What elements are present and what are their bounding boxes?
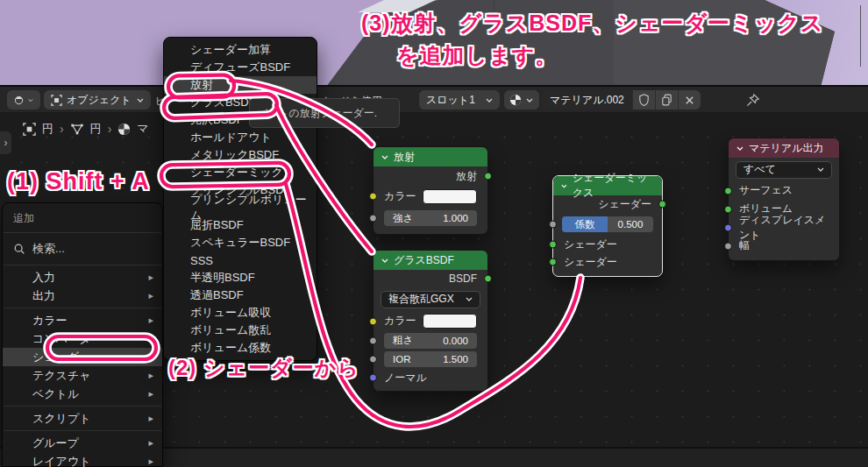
- material-sphere-icon: [509, 94, 522, 106]
- socket-glass-roughness[interactable]: [369, 336, 377, 344]
- socket-emission-color[interactable]: [369, 193, 377, 201]
- emission-output-row: 放射: [374, 166, 487, 186]
- target-dropdown[interactable]: すべて: [736, 161, 832, 179]
- menu-item-metallic-bsdf[interactable]: メタリックBSDF: [164, 146, 317, 164]
- glass-roughness-row: 粗さ 0.000: [374, 331, 487, 350]
- submenu-arrow-icon: ▸: [148, 456, 153, 467]
- tooltip: バートの放射シェーダー.: [249, 98, 400, 128]
- close-icon: [685, 96, 694, 105]
- shader1-label: シェーダー: [564, 237, 617, 252]
- roughness-slider[interactable]: 粗さ 0.000: [384, 333, 477, 349]
- menu-item-mix-shader[interactable]: シェーダーミックス: [164, 164, 317, 181]
- menu-divider: [4, 232, 161, 233]
- mesh-data-icon: [70, 123, 84, 136]
- menu-item-input[interactable]: 入力▸: [3, 268, 162, 287]
- socket-glass-output[interactable]: [484, 275, 492, 283]
- socket-glass-ior[interactable]: [369, 355, 377, 363]
- menu-item-principled-volume[interactable]: プリンシプルボリューム: [164, 199, 317, 216]
- breadcrumb-object: 円: [42, 121, 53, 137]
- menu-item-volume-coefficients[interactable]: ボリューム係数: [164, 339, 317, 357]
- node-emission-header[interactable]: 放射: [374, 147, 487, 166]
- socket-output-volume[interactable]: [724, 205, 732, 213]
- node-output-header[interactable]: マテリアル出力: [729, 138, 839, 158]
- color-swatch[interactable]: [423, 314, 477, 329]
- menu-item-vector[interactable]: ベクトル▸: [3, 385, 162, 403]
- socket-mix-shader2[interactable]: [549, 258, 557, 266]
- menu-item-output[interactable]: 出力▸: [3, 287, 162, 305]
- material-name-field[interactable]: マテリアル.002: [542, 90, 632, 110]
- sidebar-toggle-tab[interactable]: ›: [0, 131, 11, 154]
- socket-emission-strength[interactable]: [369, 215, 377, 223]
- node-glass-bsdf[interactable]: グラスBSDF BSDF 複合散乱GGX カラー 粗さ 0.000 IOR 1.…: [373, 250, 488, 392]
- menu-item-shader[interactable]: シェーダー▸: [3, 348, 162, 366]
- copy-icon: [661, 94, 672, 106]
- menu-item-converter[interactable]: コンバーター▸: [3, 329, 162, 348]
- strength-value: 1.000: [443, 213, 477, 223]
- normal-label: ノーマル: [384, 371, 427, 386]
- node-glass-header[interactable]: グラスBSDF: [374, 251, 487, 270]
- socket-mix-shader1[interactable]: [549, 241, 557, 249]
- pin-icon[interactable]: [745, 93, 760, 108]
- duplicate-material-button[interactable]: [655, 90, 678, 110]
- material-browse-dropdown[interactable]: [504, 90, 539, 110]
- socket-output-displacement[interactable]: [724, 223, 732, 231]
- fac-slider[interactable]: 係数 0.500: [562, 216, 653, 232]
- menu-item-layout[interactable]: レイアウト▸: [3, 452, 162, 467]
- object-icon: [51, 95, 62, 106]
- material-sphere-icon: [117, 123, 131, 136]
- color-swatch[interactable]: [423, 189, 477, 204]
- shader-mode-dropdown[interactable]: オブジェクト: [44, 90, 151, 110]
- socket-glass-color[interactable]: [369, 317, 377, 325]
- chevron-down-icon: [817, 167, 824, 172]
- strength-label: 強さ: [384, 212, 413, 225]
- menu-item-search[interactable]: 検索...: [3, 236, 162, 262]
- node-emission[interactable]: 放射 放射 カラー 強さ 1.000: [373, 146, 488, 235]
- fake-user-shield-button[interactable]: [632, 90, 655, 110]
- output-thickness-row: 幅: [729, 237, 839, 255]
- menu-item-script[interactable]: スクリプト▸: [3, 409, 162, 428]
- socket-output-thickness[interactable]: [724, 242, 732, 250]
- socket-output-surface[interactable]: [724, 187, 732, 195]
- menu-divider: [4, 406, 161, 407]
- menu-item-refraction-bsdf[interactable]: 屈折BSDF: [164, 216, 317, 234]
- socket-mix-output[interactable]: [658, 201, 666, 209]
- strength-slider[interactable]: 強さ 1.000: [384, 210, 477, 226]
- node-material-output[interactable]: マテリアル出力 すべて サーフェス ボリューム ディスプレイスメント 幅: [728, 138, 840, 261]
- object-icon: [23, 123, 36, 136]
- chevron-down-icon: [137, 98, 144, 103]
- menu-item-volume-absorption[interactable]: ボリューム吸収: [164, 304, 317, 322]
- breadcrumb-material: マ: [137, 121, 148, 137]
- menu-item-sss[interactable]: SSS: [164, 251, 317, 269]
- node-title: マテリアル出力: [749, 141, 823, 156]
- node-mix-header[interactable]: シェーダーミックス: [553, 176, 662, 195]
- breadcrumb-separator: ›: [108, 122, 112, 136]
- fac-fill: 係数: [562, 216, 608, 232]
- editor-type-dropdown[interactable]: [7, 90, 40, 110]
- material-slot-dropdown[interactable]: スロット1: [419, 90, 500, 110]
- socket-glass-normal[interactable]: [369, 374, 377, 382]
- output-label: 放射: [456, 169, 477, 184]
- menu-item-volume-scatter[interactable]: ボリューム散乱: [164, 322, 317, 339]
- menu-item-specular-bsdf[interactable]: スペキュラーBSDF: [164, 234, 317, 251]
- submenu-arrow-icon: ▸: [148, 315, 153, 326]
- ior-slider[interactable]: IOR 1.500: [384, 351, 477, 367]
- glass-distribution-row: 複合散乱GGX: [374, 287, 487, 311]
- distribution-dropdown[interactable]: 複合散乱GGX: [381, 291, 480, 308]
- menu-item-translucent-bsdf[interactable]: 半透明BSDF: [164, 269, 317, 287]
- menu-item-add-shader[interactable]: シェーダー加算: [164, 41, 317, 59]
- breadcrumb-mesh: 円: [90, 121, 102, 137]
- node-mix-shader[interactable]: シェーダーミックス シェーダー 係数 0.500 シェーダー シェーダー: [552, 175, 663, 277]
- menu-item-transparent-bsdf[interactable]: 透過BSDF: [164, 287, 317, 304]
- menu-item-emission[interactable]: 放射: [164, 76, 317, 94]
- panel-toggle-icon: ›: [4, 137, 8, 149]
- output-label: シェーダー: [598, 197, 651, 212]
- thickness-label: 幅: [739, 238, 750, 253]
- menu-item-diffuse-bsdf[interactable]: ディフューズBSDF: [164, 59, 317, 76]
- menu-item-group[interactable]: グループ▸: [3, 434, 162, 452]
- socket-emission-output[interactable]: [484, 173, 492, 180]
- menu-item-holdout[interactable]: ホールドアウト: [164, 129, 317, 146]
- menu-item-texture[interactable]: テクスチャ▸: [3, 366, 162, 385]
- unlink-material-button[interactable]: [678, 90, 701, 110]
- menu-item-color[interactable]: カラー▸: [3, 311, 162, 329]
- socket-mix-fac[interactable]: [549, 221, 557, 229]
